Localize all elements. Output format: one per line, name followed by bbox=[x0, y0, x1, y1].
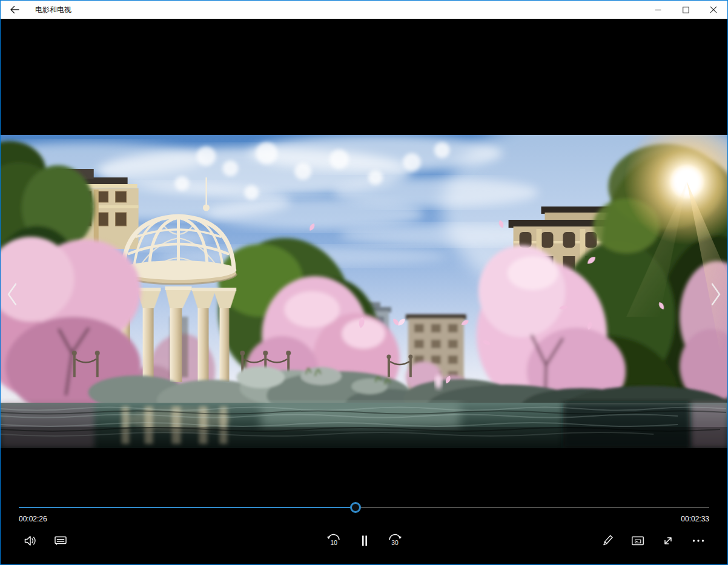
subtitles-icon bbox=[53, 534, 68, 548]
forward-30-button[interactable]: 30 bbox=[382, 527, 408, 554]
video-frame[interactable] bbox=[1, 135, 727, 448]
seek-progress bbox=[19, 507, 356, 508]
back-arrow-icon bbox=[9, 4, 20, 15]
time-labels: 00:02:26 00:02:33 bbox=[19, 515, 709, 523]
close-button[interactable] bbox=[700, 1, 727, 19]
player-stage: 00:02:26 00:02:33 10 bbox=[1, 19, 727, 564]
app-title: 电影和电视 bbox=[35, 5, 71, 15]
previous-button[interactable] bbox=[1, 278, 24, 311]
more-options-button[interactable] bbox=[685, 527, 712, 554]
volume-button[interactable] bbox=[17, 527, 44, 554]
chevron-left-icon bbox=[5, 282, 19, 307]
water bbox=[1, 403, 727, 448]
edit-button[interactable] bbox=[594, 527, 621, 554]
rewind-10-icon: 10 bbox=[326, 533, 342, 549]
elapsed-time: 00:02:26 bbox=[19, 515, 47, 523]
app-window: 电影和电视 bbox=[0, 0, 728, 565]
forward-30-icon: 30 bbox=[387, 533, 403, 549]
seek-track bbox=[19, 507, 709, 508]
svg-text:10: 10 bbox=[330, 540, 337, 546]
minimize-button[interactable] bbox=[644, 1, 672, 19]
mini-player-icon bbox=[630, 534, 645, 548]
subtitles-button[interactable] bbox=[47, 527, 74, 554]
seek-thumb[interactable] bbox=[350, 502, 361, 513]
pencil-icon bbox=[600, 534, 615, 548]
more-ellipsis-icon bbox=[691, 534, 706, 548]
pause-icon bbox=[357, 534, 372, 548]
window-controls bbox=[644, 1, 727, 19]
remaining-time: 00:02:33 bbox=[681, 515, 709, 523]
rewind-10-button[interactable]: 10 bbox=[320, 527, 347, 554]
close-icon bbox=[710, 6, 717, 13]
video-scene bbox=[1, 135, 727, 448]
maximize-button[interactable] bbox=[672, 1, 700, 19]
chevron-right-icon bbox=[709, 282, 723, 307]
fullscreen-icon bbox=[661, 534, 675, 548]
fullscreen-button[interactable] bbox=[655, 527, 681, 554]
mini-player-button[interactable] bbox=[624, 527, 651, 554]
back-button[interactable] bbox=[1, 1, 28, 19]
pause-button[interactable] bbox=[351, 527, 378, 554]
minimize-icon bbox=[655, 7, 661, 13]
seek-bar[interactable] bbox=[19, 503, 709, 512]
titlebar: 电影和电视 bbox=[1, 1, 727, 19]
maximize-icon bbox=[683, 7, 689, 13]
volume-icon bbox=[23, 534, 38, 548]
next-button[interactable] bbox=[704, 278, 727, 311]
svg-text:30: 30 bbox=[391, 540, 399, 546]
